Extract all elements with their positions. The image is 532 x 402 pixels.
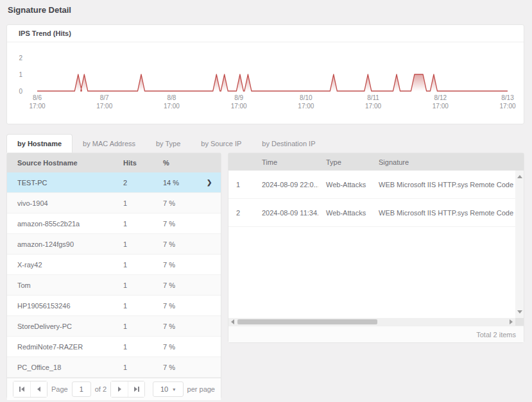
svg-text:17:00: 17:00 [499,103,515,110]
hits-cell: 1 [123,343,163,351]
svg-text:8/10: 8/10 [300,94,313,101]
hits-cell: 1 [123,281,163,289]
table-row[interactable]: 12024-08-09 22:0...Web-AttacksWEB Micros… [228,171,515,199]
index-cell: 2 [228,209,254,217]
svg-text:8/12: 8/12 [434,94,447,101]
hostname-cell: amazon-855c2b21a [17,220,123,228]
hits-cell: 2 [123,179,163,187]
svg-text:8/9: 8/9 [234,94,243,101]
pagination-forward-group [110,381,145,398]
col-time: Time [254,158,318,166]
next-page-icon [118,387,121,392]
detail-table-rows: 12024-08-09 22:0...Web-AttacksWEB Micros… [228,171,515,318]
percent-cell: 7 % [163,199,207,207]
svg-text:17:00: 17:00 [433,103,449,110]
svg-text:1: 1 [19,71,22,78]
percent-cell: 7 % [163,220,207,228]
table-row[interactable]: StoreDelivery-PC17 % [7,316,221,337]
hostname-cell: TEST-PC [17,179,123,187]
hostname-cell: X-ray42 [17,261,123,269]
total-items-label: Total 2 items [476,331,516,339]
first-page-icon [19,387,21,392]
next-page-button[interactable] [111,381,128,397]
percent-cell: 7 % [163,343,207,351]
table-row[interactable]: amazon-124fgs9017 % [7,234,221,255]
hits-cell: 1 [123,199,163,207]
tab-by-source-ip[interactable]: by Source IP [191,134,252,153]
hostname-table-panel: Source Hostname Hits % TEST-PC214 %❯vivo… [6,153,221,399]
table-row[interactable]: PC_Office_1817 % [7,357,221,378]
ips-trend-panel: IPS Trend (Hits) 0128/617:008/717:008/81… [6,24,524,124]
hostname-cell: RedmiNote7-RAZER [17,343,123,351]
svg-text:8/8: 8/8 [167,94,176,101]
hits-cell: 1 [123,261,163,269]
signature-detail-panel: Time Type Signature 12024-08-09 22:0...W… [228,153,524,343]
tab-by-hostname[interactable]: by Hostname [6,134,73,153]
percent-cell: 7 % [163,261,207,269]
table-row[interactable]: vivo-190417 % [7,193,221,214]
percent-cell: 7 % [163,322,207,330]
svg-text:17:00: 17:00 [231,103,247,110]
detail-tabs: by Hostnameby MAC Addressby Typeby Sourc… [6,134,325,153]
ips-trend-chart: 0128/617:008/717:008/817:008/917:008/101… [11,43,517,121]
hostname-table-header: Source Hostname Hits % [7,153,221,172]
pagination-back-group [13,381,47,398]
hostname-cell: amazon-124fgs90 [17,240,123,248]
caret-down-icon: ▾ [173,387,175,392]
hostname-cell: Tom [17,281,123,289]
last-page-button[interactable] [128,381,144,397]
svg-text:17:00: 17:00 [29,103,45,110]
hostname-cell: PC_Office_18 [17,364,123,371]
first-page-button[interactable] [13,381,30,397]
horizontal-scrollbar[interactable] [228,318,515,326]
type-cell: Web-Attacks [318,181,371,188]
time-cell: 2024-08-09 11:34... [254,209,318,217]
table-row[interactable]: X-ray4217 % [7,255,221,275]
svg-text:8/13: 8/13 [501,94,514,101]
hits-cell: 1 [123,322,163,330]
svg-text:0: 0 [19,88,22,95]
page-input[interactable] [72,381,91,397]
svg-text:17:00: 17:00 [298,103,314,110]
hits-cell: 1 [123,240,163,248]
svg-text:17:00: 17:00 [365,103,381,110]
previous-page-button[interactable] [30,381,47,397]
table-row[interactable]: 22024-08-09 11:34...Web-AttacksWEB Micro… [228,199,515,227]
detail-table-header: Time Type Signature [228,153,524,171]
detail-table-body: 12024-08-09 22:0...Web-AttacksWEB Micros… [228,171,524,318]
type-cell: Web-Attacks [318,209,371,217]
tab-by-mac-address[interactable]: by MAC Address [73,134,146,153]
triangle-right-icon [134,387,137,392]
scrollbar-corner [515,318,524,326]
percent-cell: 7 % [163,281,207,289]
horizontal-scrollbar-thumb[interactable] [237,319,377,324]
col-source-hostname: Source Hostname [17,159,123,167]
vertical-scrollbar[interactable] [515,171,524,318]
triangle-left-icon [21,387,24,392]
percent-cell: 14 % [163,179,207,187]
table-row[interactable]: TEST-PC214 %❯ [7,172,221,193]
col-type: Type [318,158,371,166]
col-hits: Hits [123,159,163,167]
table-row[interactable]: Tom17 % [7,275,221,296]
page-label: Page [51,385,68,393]
signature-cell: WEB Microsoft IIS HTTP.sys Remote Code E… [371,181,515,188]
scroll-down-icon[interactable] [517,310,522,314]
svg-text:8/6: 8/6 [33,94,42,101]
per-page-select[interactable]: 10 ▾ [153,381,184,397]
scroll-left-icon[interactable] [231,319,234,324]
page-title: Signature Detail [8,5,71,15]
scroll-up-icon[interactable] [517,175,522,178]
hostname-cell: HP19056153246 [17,302,123,310]
svg-text:17:00: 17:00 [164,103,180,110]
scroll-right-icon[interactable] [510,319,513,324]
table-row[interactable]: HP1905615324617 % [7,296,221,316]
previous-page-icon [37,387,40,392]
tab-by-destination-ip[interactable]: by Destination IP [252,134,325,153]
svg-text:2: 2 [19,54,22,62]
tab-by-type[interactable]: by Type [146,134,191,153]
svg-text:8/7: 8/7 [100,94,109,101]
table-row[interactable]: RedmiNote7-RAZER17 % [7,337,221,357]
table-row[interactable]: amazon-855c2b21a17 % [7,214,221,234]
col-percent: % [163,159,207,167]
